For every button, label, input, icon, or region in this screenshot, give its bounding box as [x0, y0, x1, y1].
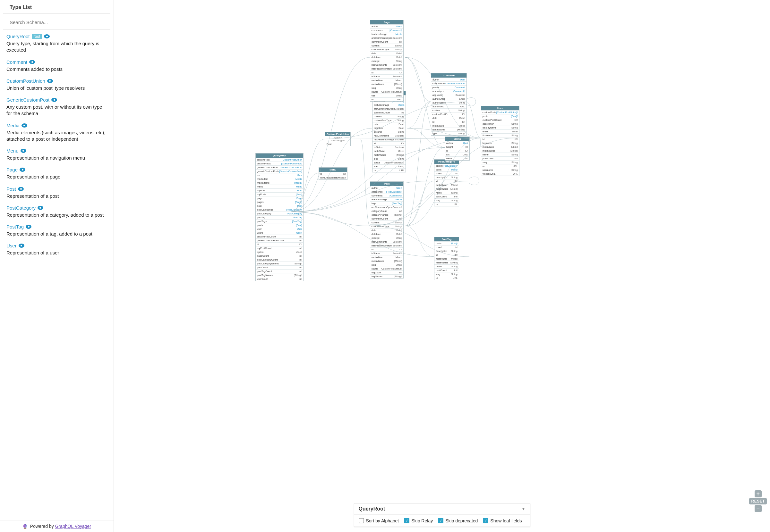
node-field[interactable]: comments[Comment]!	[370, 194, 403, 197]
node-field[interactable]: idID!	[319, 172, 347, 176]
node-field[interactable]: genericCustomPostGenericCustomPost	[256, 165, 303, 169]
node-field[interactable]: postCountInt!	[481, 156, 519, 160]
node-field[interactable]: tagCountInt!	[370, 270, 403, 274]
zoom-in-button[interactable]: +	[755, 490, 762, 497]
node-field[interactable]: authorURLURL	[431, 104, 466, 108]
node-field[interactable]: pageCountInt!	[256, 254, 303, 258]
node-field[interactable]: posts[Post]!	[434, 241, 459, 245]
node-field[interactable]: datetimeDate!	[370, 232, 403, 236]
node-field[interactable]: metaValueMixed	[434, 257, 459, 261]
type-link[interactable]: Comment	[6, 59, 27, 65]
eye-icon[interactable]	[51, 98, 57, 102]
node-field[interactable]: slugString	[434, 198, 459, 202]
node-field[interactable]: contentString!	[431, 108, 466, 112]
node-GenericCustomPost[interactable]: GenericCustomPostauthorUser!comments[Com…	[372, 91, 406, 172]
node-field[interactable]: lastnameString	[481, 141, 519, 145]
node-field[interactable]: customPostCountInt!	[256, 235, 303, 238]
option[interactable]: ✓Skip Relay	[404, 518, 433, 523]
node-field[interactable]: urlURL	[434, 276, 459, 280]
node-field[interactable]: customPostTypeString!	[370, 224, 403, 228]
type-link[interactable]: GenericCustomPost	[6, 97, 49, 103]
node-field[interactable]: users[User]	[256, 231, 303, 235]
node-field[interactable]: emailEmail	[481, 129, 519, 133]
node-header[interactable]: Post	[370, 182, 403, 186]
node-field[interactable]: posts[Post]!	[481, 114, 519, 118]
node-field[interactable]: urlURL	[434, 202, 459, 206]
node-field[interactable]: dateDate!	[370, 51, 403, 55]
node-field[interactable]: parentComment	[431, 85, 466, 89]
zoom-out-button[interactable]: –	[755, 505, 762, 512]
node-field[interactable]: categoryCountInt!	[370, 209, 403, 213]
node-field[interactable]: metaValueMixed	[481, 145, 519, 149]
node-field[interactable]: postCategoryPostCategory	[256, 212, 303, 215]
node-field[interactable]: itemDataEntries[Mixed]!	[319, 176, 347, 179]
node-field[interactable]: contentString!	[372, 114, 406, 118]
checkbox[interactable]: ✓	[483, 518, 488, 523]
eye-icon[interactable]	[47, 79, 53, 83]
node-field[interactable]: dateDate!	[372, 122, 406, 126]
node-field[interactable]: metaValues[Mixed]	[481, 149, 519, 153]
node-Post[interactable]: PostauthorUser!categories[PostCategory]c…	[370, 181, 404, 278]
eye-icon[interactable]	[44, 34, 50, 38]
node-field[interactable]: slugString	[372, 157, 406, 161]
node-field[interactable]: slugString	[481, 160, 519, 164]
type-link[interactable]: Page	[6, 167, 18, 172]
node-field[interactable]: customPostCountInt!	[481, 118, 519, 122]
node-field[interactable]: pagePage	[256, 196, 303, 200]
node-PostCategory[interactable]: PostCategoryparentPostCategoryposts[Post…	[434, 159, 459, 206]
node-Page[interactable]: PageauthorUser!comments[Comment]!feature…	[370, 20, 404, 102]
node-field[interactable]: optionMixed	[256, 250, 303, 254]
node-header[interactable]: User	[481, 106, 519, 110]
node-field[interactable]: descriptionString	[481, 122, 519, 126]
node-field[interactable]: commentCountInt!	[372, 111, 406, 114]
option[interactable]: ✓Skip deprecated	[438, 518, 478, 523]
type-link[interactable]: QueryRoot	[6, 34, 30, 39]
node-field[interactable]: customPostTypeString!	[372, 118, 406, 122]
node-field[interactable]: customPostIDID!	[431, 112, 466, 116]
node-field[interactable]: urlURL	[481, 164, 519, 168]
eye-icon[interactable]	[18, 187, 24, 191]
node-field[interactable]: tags[PostTag]	[370, 201, 403, 205]
node-field[interactable]: typeString!	[431, 131, 466, 135]
node-field[interactable]: commentCountInt!	[370, 217, 403, 220]
node-PostTag[interactable]: PostTagposts[Post]!countIntdescriptionSt…	[434, 237, 459, 280]
node-field[interactable]: myPostPost	[256, 188, 303, 192]
node-Menu[interactable]: MenuidID!itemDataEntries[Mixed]!	[319, 167, 347, 180]
node-field[interactable]: postPost	[256, 204, 303, 208]
node-field[interactable]: customPostCustomPostUnion!	[431, 81, 466, 85]
node-field[interactable]: meUser	[256, 173, 303, 177]
node-field[interactable]: authorUser	[431, 78, 466, 81]
node-Media[interactable]: MediaauthorUserheightIntidID!srcURL!widt…	[445, 137, 470, 161]
checkbox[interactable]: ✓	[438, 518, 443, 523]
node-field[interactable]: dateDate!	[370, 228, 403, 232]
node-field[interactable]: countInt	[434, 171, 459, 175]
node-field[interactable]: Post	[325, 142, 350, 146]
checkbox[interactable]: ✓	[404, 518, 409, 523]
node-field[interactable]: categories[PostCategory]	[370, 190, 403, 194]
eye-icon[interactable]	[21, 123, 27, 128]
node-field[interactable]: metaValues[Mixed]	[434, 187, 459, 191]
node-field[interactable]: metaValueMixed	[370, 255, 403, 259]
node-header[interactable]: CustomPostUnion	[325, 132, 350, 136]
node-field[interactable]: posts[Post]	[256, 223, 303, 227]
node-field[interactable]: titleString	[370, 94, 403, 97]
node-CustomPostUnion[interactable]: CustomPostUnion«union»possible typesPost	[325, 132, 351, 146]
node-field[interactable]: metaValues[Mixed]	[370, 259, 403, 263]
node-field[interactable]: idID!	[256, 242, 303, 246]
node-field[interactable]: isStatusBoolean!	[370, 251, 403, 255]
type-link[interactable]: Menu	[6, 148, 19, 154]
node-field[interactable]: hasCommentsBoolean!	[370, 240, 403, 244]
eye-icon[interactable]	[21, 149, 26, 153]
node-field[interactable]: srcURL!	[445, 153, 469, 156]
node-field[interactable]: hasCommentsBoolean!	[372, 134, 406, 137]
node-field[interactable]: areCommentsOpenBoolean!	[370, 36, 403, 40]
eye-icon[interactable]	[29, 60, 35, 64]
node-field[interactable]: descriptionString	[434, 175, 459, 179]
node-field[interactable]: widthInt!	[445, 156, 469, 160]
eye-icon[interactable]	[38, 206, 43, 210]
node-field[interactable]: statusCustomPostStatus!	[370, 90, 403, 94]
type-link[interactable]: User	[6, 243, 17, 248]
node-field[interactable]: postCountInt!	[434, 195, 459, 198]
node-field[interactable]: statusCustomPostStatus!	[370, 267, 403, 270]
eye-icon[interactable]	[19, 244, 24, 248]
